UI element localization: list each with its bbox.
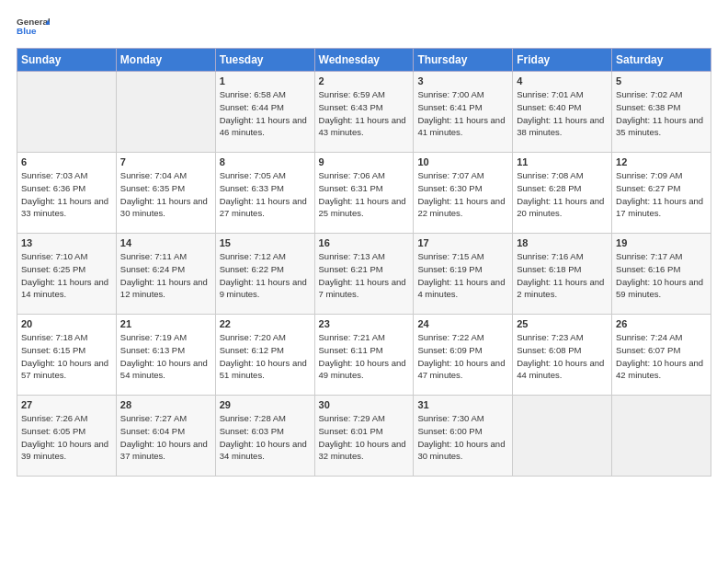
- day-info: Sunrise: 7:06 AMSunset: 6:31 PMDaylight:…: [319, 169, 410, 220]
- calendar-table: SundayMondayTuesdayWednesdayThursdayFrid…: [17, 48, 711, 477]
- calendar-cell: [17, 72, 117, 153]
- day-info: Sunrise: 7:23 AMSunset: 6:08 PMDaylight:…: [517, 331, 608, 382]
- calendar-cell: 31Sunrise: 7:30 AMSunset: 6:00 PMDayligh…: [414, 396, 513, 477]
- day-info: Sunrise: 7:03 AMSunset: 6:36 PMDaylight:…: [21, 169, 112, 220]
- day-number: 12: [616, 156, 707, 167]
- day-info: Sunrise: 7:02 AMSunset: 6:38 PMDaylight:…: [616, 88, 707, 139]
- day-info: Sunrise: 7:18 AMSunset: 6:15 PMDaylight:…: [21, 331, 112, 382]
- day-number: 2: [319, 75, 410, 86]
- day-info: Sunrise: 7:07 AMSunset: 6:30 PMDaylight:…: [417, 169, 508, 220]
- day-info: Sunrise: 7:04 AMSunset: 6:35 PMDaylight:…: [120, 169, 211, 220]
- day-number: 17: [417, 237, 508, 248]
- calendar-cell: 29Sunrise: 7:28 AMSunset: 6:03 PMDayligh…: [215, 396, 314, 477]
- calendar-cell: 17Sunrise: 7:15 AMSunset: 6:19 PMDayligh…: [414, 234, 513, 315]
- logo-svg: General Blue: [17, 9, 50, 42]
- day-number: 19: [616, 237, 707, 248]
- day-number: 4: [517, 75, 608, 86]
- calendar-cell: 6Sunrise: 7:03 AMSunset: 6:36 PMDaylight…: [17, 153, 117, 234]
- day-number: 22: [220, 318, 311, 329]
- calendar-cell: 25Sunrise: 7:23 AMSunset: 6:08 PMDayligh…: [513, 315, 612, 396]
- day-number: 30: [319, 399, 410, 410]
- day-number: 29: [220, 399, 311, 410]
- day-info: Sunrise: 7:19 AMSunset: 6:13 PMDaylight:…: [120, 331, 211, 382]
- day-info: Sunrise: 7:05 AMSunset: 6:33 PMDaylight:…: [220, 169, 311, 220]
- day-number: 20: [21, 318, 112, 329]
- day-info: Sunrise: 7:10 AMSunset: 6:25 PMDaylight:…: [21, 250, 112, 301]
- calendar-cell: 10Sunrise: 7:07 AMSunset: 6:30 PMDayligh…: [414, 153, 513, 234]
- day-info: Sunrise: 7:08 AMSunset: 6:28 PMDaylight:…: [517, 169, 608, 220]
- day-info: Sunrise: 7:20 AMSunset: 6:12 PMDaylight:…: [220, 331, 311, 382]
- svg-text:Blue: Blue: [17, 26, 37, 36]
- day-info: Sunrise: 7:09 AMSunset: 6:27 PMDaylight:…: [616, 169, 707, 220]
- day-number: 23: [319, 318, 410, 329]
- day-number: 31: [417, 399, 508, 410]
- page: General Blue SundayMondayTuesdayWednesda…: [0, 0, 728, 563]
- weekday-header-wednesday: Wednesday: [314, 49, 414, 72]
- day-number: 15: [220, 237, 311, 248]
- week-row-5: 27Sunrise: 7:26 AMSunset: 6:05 PMDayligh…: [17, 396, 711, 477]
- day-number: 26: [616, 318, 707, 329]
- calendar-cell: 14Sunrise: 7:11 AMSunset: 6:24 PMDayligh…: [116, 234, 215, 315]
- day-number: 24: [417, 318, 508, 329]
- calendar-cell: 19Sunrise: 7:17 AMSunset: 6:16 PMDayligh…: [612, 234, 711, 315]
- day-info: Sunrise: 7:16 AMSunset: 6:18 PMDaylight:…: [517, 250, 608, 301]
- day-info: Sunrise: 7:28 AMSunset: 6:03 PMDaylight:…: [220, 412, 311, 463]
- day-info: Sunrise: 6:58 AMSunset: 6:44 PMDaylight:…: [220, 88, 311, 139]
- week-row-4: 20Sunrise: 7:18 AMSunset: 6:15 PMDayligh…: [17, 315, 711, 396]
- day-number: 9: [319, 156, 410, 167]
- day-info: Sunrise: 7:13 AMSunset: 6:21 PMDaylight:…: [319, 250, 410, 301]
- calendar-cell: 11Sunrise: 7:08 AMSunset: 6:28 PMDayligh…: [513, 153, 612, 234]
- calendar-cell: 4Sunrise: 7:01 AMSunset: 6:40 PMDaylight…: [513, 72, 612, 153]
- svg-text:General: General: [17, 17, 50, 27]
- day-info: Sunrise: 7:12 AMSunset: 6:22 PMDaylight:…: [220, 250, 311, 301]
- weekday-header-sunday: Sunday: [17, 49, 117, 72]
- calendar-cell: [612, 396, 711, 477]
- day-info: Sunrise: 7:00 AMSunset: 6:41 PMDaylight:…: [417, 88, 508, 139]
- calendar-cell: 24Sunrise: 7:22 AMSunset: 6:09 PMDayligh…: [414, 315, 513, 396]
- calendar-cell: 13Sunrise: 7:10 AMSunset: 6:25 PMDayligh…: [17, 234, 117, 315]
- day-number: 10: [417, 156, 508, 167]
- day-info: Sunrise: 7:21 AMSunset: 6:11 PMDaylight:…: [319, 331, 410, 382]
- calendar-cell: [513, 396, 612, 477]
- day-number: 6: [21, 156, 112, 167]
- calendar-cell: 8Sunrise: 7:05 AMSunset: 6:33 PMDaylight…: [215, 153, 314, 234]
- day-number: 21: [120, 318, 211, 329]
- day-number: 7: [120, 156, 211, 167]
- day-number: 8: [220, 156, 311, 167]
- day-number: 11: [517, 156, 608, 167]
- day-number: 5: [616, 75, 707, 86]
- calendar-cell: 23Sunrise: 7:21 AMSunset: 6:11 PMDayligh…: [314, 315, 414, 396]
- day-info: Sunrise: 7:27 AMSunset: 6:04 PMDaylight:…: [120, 412, 211, 463]
- week-row-2: 6Sunrise: 7:03 AMSunset: 6:36 PMDaylight…: [17, 153, 711, 234]
- day-number: 28: [120, 399, 211, 410]
- calendar-cell: 7Sunrise: 7:04 AMSunset: 6:35 PMDaylight…: [116, 153, 215, 234]
- week-row-3: 13Sunrise: 7:10 AMSunset: 6:25 PMDayligh…: [17, 234, 711, 315]
- day-number: 18: [517, 237, 608, 248]
- day-info: Sunrise: 7:30 AMSunset: 6:00 PMDaylight:…: [417, 412, 508, 463]
- day-info: Sunrise: 7:26 AMSunset: 6:05 PMDaylight:…: [21, 412, 112, 463]
- day-info: Sunrise: 7:17 AMSunset: 6:16 PMDaylight:…: [616, 250, 707, 301]
- weekday-header-saturday: Saturday: [612, 49, 711, 72]
- day-number: 16: [319, 237, 410, 248]
- calendar-cell: 22Sunrise: 7:20 AMSunset: 6:12 PMDayligh…: [215, 315, 314, 396]
- weekday-header-row: SundayMondayTuesdayWednesdayThursdayFrid…: [17, 49, 711, 72]
- weekday-header-friday: Friday: [513, 49, 612, 72]
- day-info: Sunrise: 7:15 AMSunset: 6:19 PMDaylight:…: [417, 250, 508, 301]
- calendar-cell: 26Sunrise: 7:24 AMSunset: 6:07 PMDayligh…: [612, 315, 711, 396]
- calendar-cell: 18Sunrise: 7:16 AMSunset: 6:18 PMDayligh…: [513, 234, 612, 315]
- day-info: Sunrise: 7:01 AMSunset: 6:40 PMDaylight:…: [517, 88, 608, 139]
- calendar-cell: 16Sunrise: 7:13 AMSunset: 6:21 PMDayligh…: [314, 234, 414, 315]
- day-info: Sunrise: 7:22 AMSunset: 6:09 PMDaylight:…: [417, 331, 508, 382]
- logo: General Blue: [17, 9, 50, 42]
- calendar-cell: 3Sunrise: 7:00 AMSunset: 6:41 PMDaylight…: [414, 72, 513, 153]
- calendar-cell: 5Sunrise: 7:02 AMSunset: 6:38 PMDaylight…: [612, 72, 711, 153]
- day-number: 1: [220, 75, 311, 86]
- day-number: 14: [120, 237, 211, 248]
- calendar-cell: 9Sunrise: 7:06 AMSunset: 6:31 PMDaylight…: [314, 153, 414, 234]
- calendar-cell: [116, 72, 215, 153]
- day-info: Sunrise: 7:24 AMSunset: 6:07 PMDaylight:…: [616, 331, 707, 382]
- day-info: Sunrise: 7:29 AMSunset: 6:01 PMDaylight:…: [319, 412, 410, 463]
- day-info: Sunrise: 6:59 AMSunset: 6:43 PMDaylight:…: [319, 88, 410, 139]
- day-number: 27: [21, 399, 112, 410]
- calendar-cell: 1Sunrise: 6:58 AMSunset: 6:44 PMDaylight…: [215, 72, 314, 153]
